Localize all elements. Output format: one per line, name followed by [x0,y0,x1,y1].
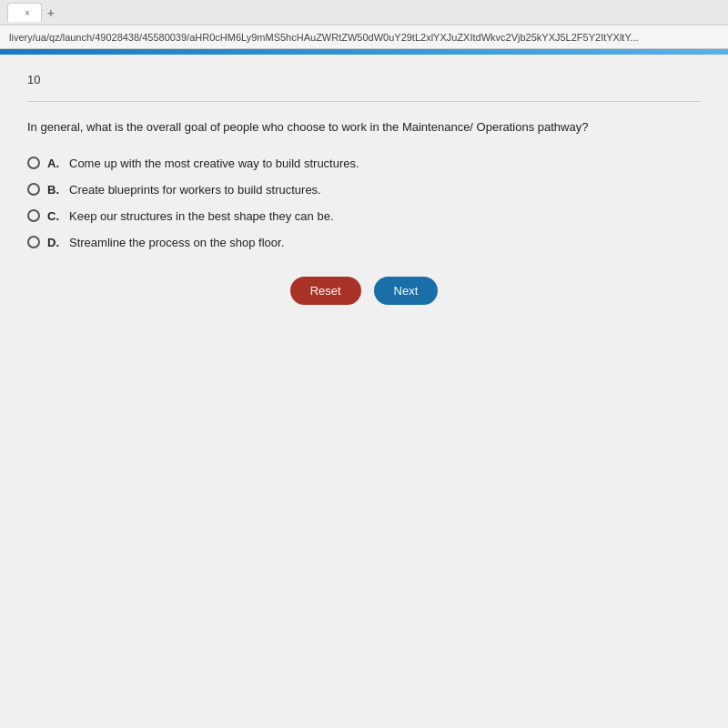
options-list: A. Come up with the most creative way to… [27,157,701,249]
new-tab-button[interactable]: + [47,5,55,20]
question-divider [27,101,701,102]
address-bar: livery/ua/qz/launch/49028438/45580039/aH… [0,25,728,49]
radio-c[interactable] [27,209,40,222]
option-item-d[interactable]: D. Streamline the process on the shop fl… [27,236,701,249]
option-label-c: C. [47,209,62,223]
option-label-d: D. [47,236,62,249]
option-item-b[interactable]: B. Create blueprints for workers to buil… [27,183,701,197]
option-text-b: Create blueprints for workers to build s… [69,183,321,197]
option-text-d: Streamline the process on the shop floor… [69,236,284,249]
option-text-c: Keep our structures in the best shape th… [69,209,334,223]
option-text-a: Come up with the most creative way to bu… [69,157,359,170]
active-tab[interactable]: × [7,3,42,22]
radio-a[interactable] [27,157,40,169]
tab-area: × + [7,3,55,22]
option-label-b: B. [47,183,62,197]
option-label-a: A. [47,157,62,170]
question-number: 10 [27,73,701,86]
next-button[interactable]: Next [374,277,439,305]
option-item-a[interactable]: A. Come up with the most creative way to… [27,157,701,170]
tab-close[interactable]: × [25,8,30,18]
reset-button[interactable]: Reset [290,277,361,305]
question-text: In general, what is the overall goal of … [27,118,701,136]
option-item-c[interactable]: C. Keep our structures in the best shape… [27,209,701,223]
radio-d[interactable] [27,236,40,248]
button-row: Reset Next [27,277,701,305]
browser-tab-bar: × + [0,0,728,25]
page-content: 10 In general, what is the overall goal … [0,55,728,728]
radio-b[interactable] [27,183,40,196]
url-text: livery/ua/qz/launch/49028438/45580039/aH… [9,32,639,43]
